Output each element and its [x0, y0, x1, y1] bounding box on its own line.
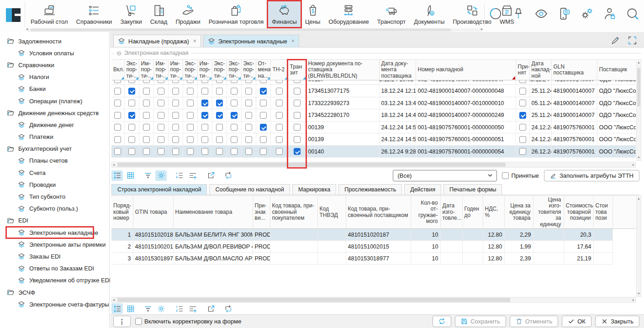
accepted-filter[interactable]: Принятые [502, 172, 539, 179]
checkbox[interactable] [114, 124, 121, 131]
checkbox[interactable] [187, 136, 194, 143]
eye-icon[interactable] [534, 7, 548, 21]
expand-icon[interactable] [627, 35, 638, 46]
toolbar-item-finance[interactable]: Финансы [268, 1, 301, 27]
checkbox[interactable] [231, 136, 238, 143]
checkbox[interactable] [158, 124, 164, 131]
checkbox[interactable] [143, 136, 150, 143]
filter-button[interactable] [142, 303, 153, 314]
checkbox[interactable] [231, 88, 238, 95]
checkbox[interactable] [294, 148, 301, 155]
sidebar-item[interactable]: ЭСЧФ [0, 286, 109, 298]
waybills-h-scrollbar[interactable]: ◂ ▸ [111, 162, 636, 168]
column-header[interactable]: GLN поставщика [551, 60, 597, 80]
column-header[interactable]: Им- пор- ти-.. [197, 60, 212, 80]
column-header[interactable]: Стои това пози [593, 196, 612, 229]
add-row-button[interactable] [187, 303, 198, 314]
checkbox[interactable] [128, 112, 135, 119]
toolbar-item-catalogs[interactable]: Справочники [72, 1, 116, 27]
scroll-down-arrow[interactable]: ▼ [637, 291, 641, 296]
sidebar-item[interactable]: EDI [0, 215, 109, 227]
sidebar-item[interactable]: Планы счетов [0, 155, 109, 167]
column-header[interactable]: ТН-2 [270, 60, 288, 80]
reload-button[interactable] [222, 303, 234, 314]
column-header[interactable]: Поряд- ковый номер [111, 196, 133, 229]
checkbox[interactable] [276, 80, 283, 83]
checkbox[interactable] [519, 136, 526, 143]
more-actions-button[interactable]: ⋮ [113, 316, 131, 327]
edit-pencil-icon[interactable] [610, 35, 621, 46]
lines-v-scrollbar[interactable]: ▲ ▼ [636, 196, 641, 297]
checkbox[interactable] [143, 100, 150, 106]
checkbox[interactable] [216, 136, 223, 143]
checkbox[interactable] [158, 148, 164, 155]
toolbar-item-sales[interactable]: Продажи [171, 1, 204, 27]
column-header[interactable]: Экс- пор- ти-.. [227, 60, 241, 80]
checkbox[interactable] [519, 88, 526, 95]
column-header[interactable]: Дата доку- мента поставщика [379, 60, 416, 80]
correction-toggle[interactable]: Включить корректировку на форме [135, 318, 241, 325]
checkbox[interactable] [216, 80, 223, 83]
checkbox[interactable] [187, 80, 194, 83]
sidebar-item[interactable]: Тип субконто [0, 190, 109, 202]
checkbox[interactable] [128, 124, 135, 131]
column-header[interactable]: Вкл. [111, 60, 124, 80]
refresh-button[interactable] [433, 316, 451, 327]
waybill-row[interactable]: 173452228017018.12.24 14:44002-481900014… [111, 109, 636, 122]
subtab[interactable]: Печатные формы [443, 184, 502, 195]
checkbox[interactable] [276, 124, 283, 131]
checkbox[interactable] [114, 100, 121, 106]
checkbox[interactable] [172, 124, 179, 131]
toolbar-item-documents[interactable]: Документы [410, 1, 449, 27]
checkbox[interactable] [143, 112, 150, 119]
scroll-left-arrow[interactable]: ◂ [113, 163, 115, 167]
checkbox[interactable] [231, 112, 238, 119]
column-header[interactable]: Цена за единицу товара [504, 196, 533, 229]
checkbox[interactable] [128, 80, 135, 83]
add-row-button[interactable] [187, 170, 198, 181]
checkbox[interactable] [128, 148, 135, 155]
checkbox[interactable] [158, 112, 164, 119]
pin-icon[interactable] [512, 7, 525, 21]
column-header[interactable]: Кол-во от- гружае- мого [411, 196, 440, 229]
checkbox[interactable] [519, 112, 526, 119]
scroll-up-arrow[interactable]: ▲ [637, 60, 641, 65]
scroll-right-arrow[interactable]: ▸ [633, 163, 634, 167]
checkbox[interactable] [158, 136, 164, 143]
checkbox[interactable] [143, 80, 150, 83]
column-header[interactable]: Экс- пор- ти-.. [212, 60, 227, 80]
checkbox[interactable] [294, 136, 301, 143]
column-header[interactable]: Наименование товара [173, 196, 253, 229]
checkbox[interactable] [201, 80, 208, 83]
sidebar-item[interactable]: Платежи [0, 131, 109, 143]
waybills-v-scrollbar[interactable]: ▲ ▼ [636, 59, 641, 161]
checkbox[interactable] [201, 100, 208, 106]
checkbox[interactable] [128, 136, 135, 143]
sidebar-item[interactable]: Бухгалтерский учет [0, 143, 109, 155]
sidebar-item[interactable]: Налоги [0, 71, 109, 83]
toolbar-scrollbar[interactable]: ◂ ▸ [26, 28, 483, 32]
column-header[interactable]: Код товара, при- своенный покупателем [270, 196, 317, 229]
toolbar-item-equipment[interactable]: Оборудование [324, 1, 373, 27]
scroll-down-arrow[interactable]: ▼ [637, 155, 641, 160]
column-header[interactable]: От- мена на... [256, 60, 270, 80]
checkbox[interactable] [276, 148, 283, 155]
rows-view-button[interactable] [111, 170, 123, 181]
checkbox[interactable] [519, 124, 526, 131]
waybill-row[interactable]: 0013723.11.24 10:03002-4819000140007-000… [111, 80, 636, 85]
grid-view-button[interactable] [125, 303, 136, 314]
numbered-list-button[interactable] [174, 303, 185, 314]
checkbox[interactable] [143, 124, 150, 131]
checkbox[interactable] [245, 148, 252, 155]
gear-button[interactable] [155, 303, 167, 314]
gears-icon[interactable] [580, 7, 594, 21]
checkbox[interactable] [245, 80, 252, 83]
search-icon[interactable] [626, 7, 639, 21]
correction-checkbox[interactable] [135, 318, 142, 325]
checkbox[interactable] [172, 148, 179, 155]
checkbox[interactable] [260, 148, 267, 155]
checkbox[interactable] [143, 148, 150, 155]
scrollbar-thumb[interactable] [117, 298, 510, 302]
reload-button[interactable] [222, 170, 234, 181]
checkbox[interactable] [172, 112, 179, 119]
